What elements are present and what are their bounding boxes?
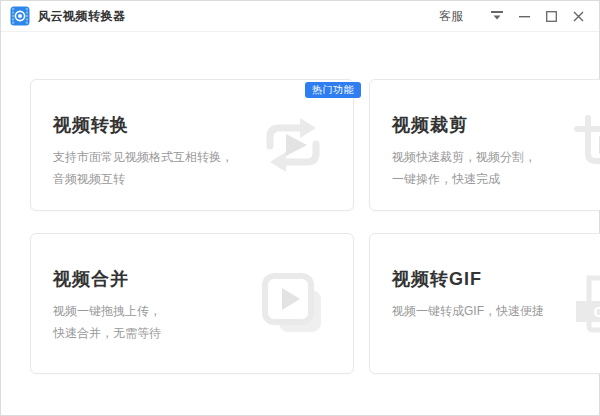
desc-line: 视频快速裁剪，视频分割， xyxy=(392,146,544,168)
desc-line: 视频一键拖拽上传， xyxy=(53,300,233,322)
card-title: 视频转换 xyxy=(53,113,233,137)
card-title: 视频合并 xyxy=(53,267,233,291)
stack-play-icon xyxy=(257,268,329,340)
maximize-icon[interactable] xyxy=(542,6,560,26)
gif-file-icon: GIF xyxy=(568,268,600,340)
card-video-to-gif[interactable]: 视频转GIF 视频一键转成GIF，快速便捷 GIF xyxy=(369,233,600,374)
app-logo-icon xyxy=(10,6,30,26)
crop-play-icon xyxy=(568,109,600,181)
app-title: 风云视频转换器 xyxy=(38,8,126,25)
card-description: 视频快速裁剪，视频分割， 一键操作，快速完成 xyxy=(392,146,544,190)
desc-line: 音频视频互转 xyxy=(53,168,233,190)
desc-line: 支持市面常见视频格式互相转换， xyxy=(53,146,233,168)
desc-line: 一键操作，快速完成 xyxy=(392,168,544,190)
card-title: 视频转GIF xyxy=(392,267,544,291)
customer-service-button[interactable]: 客服 xyxy=(439,8,463,25)
card-video-convert[interactable]: 热门功能 视频转换 支持市面常见视频格式互相转换， 音频视频互转 xyxy=(30,79,354,211)
titlebar: 风云视频转换器 客服 xyxy=(1,1,599,32)
menu-dropdown-icon[interactable] xyxy=(488,6,506,26)
main-content: 热门功能 视频转换 支持市面常见视频格式互相转换， 音频视频互转 xyxy=(1,32,599,415)
card-description: 视频一键转成GIF，快速便捷 xyxy=(392,300,544,322)
card-description: 支持市面常见视频格式互相转换， 音频视频互转 xyxy=(53,146,233,190)
card-video-crop[interactable]: 视频裁剪 视频快速裁剪，视频分割， 一键操作，快速完成 xyxy=(369,79,600,211)
svg-text:GIF: GIF xyxy=(594,303,600,320)
card-title: 视频裁剪 xyxy=(392,113,544,137)
card-description: 视频一键拖拽上传， 快速合并，无需等待 xyxy=(53,300,233,344)
close-icon[interactable] xyxy=(569,6,587,26)
hot-feature-badge: 热门功能 xyxy=(305,82,361,98)
repeat-play-icon xyxy=(257,109,329,181)
card-video-merge[interactable]: 视频合并 视频一键拖拽上传， 快速合并，无需等待 xyxy=(30,233,354,374)
feature-card-grid: 热门功能 视频转换 支持市面常见视频格式互相转换， 音频视频互转 xyxy=(30,79,571,374)
minimize-icon[interactable] xyxy=(515,6,533,26)
desc-line: 快速合并，无需等待 xyxy=(53,322,233,344)
desc-line: 视频一键转成GIF，快速便捷 xyxy=(392,300,544,322)
app-window: 风云视频转换器 客服 xyxy=(0,0,600,416)
